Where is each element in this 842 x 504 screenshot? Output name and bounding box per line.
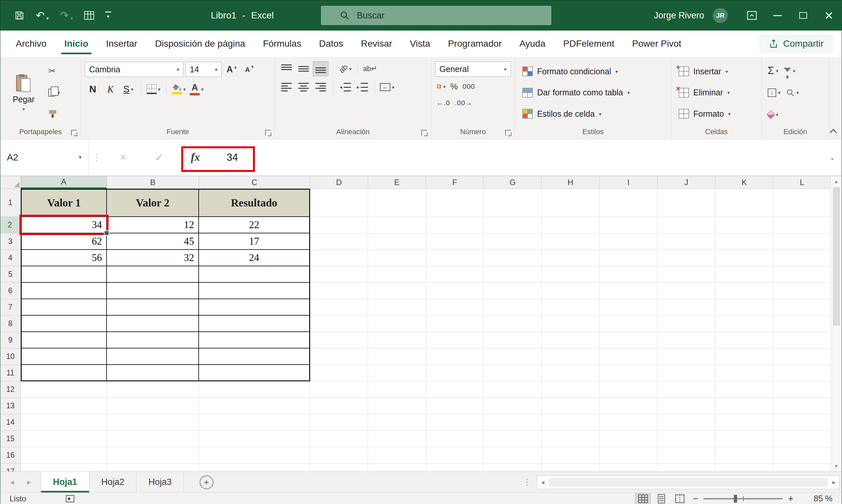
view-normal-button[interactable] <box>635 493 650 504</box>
italic-button[interactable]: K <box>103 81 119 97</box>
merge-center-button[interactable]: ↔▾ <box>379 80 395 94</box>
cell-D16[interactable] <box>310 447 368 464</box>
search-box[interactable]: Buscar <box>321 6 551 25</box>
cell-K15[interactable] <box>715 431 773 447</box>
cell-I6[interactable] <box>599 283 658 299</box>
ribbon-tab-vista[interactable]: Vista <box>401 31 439 57</box>
cell-J1[interactable] <box>658 189 715 217</box>
cell-G1[interactable] <box>484 189 542 217</box>
cell-A14[interactable] <box>21 414 107 431</box>
cell-F7[interactable] <box>426 299 484 316</box>
cell-K17[interactable] <box>715 464 773 471</box>
vertical-scrollbar[interactable]: ▴ ▾ <box>830 176 842 471</box>
row-header-13[interactable]: 13 <box>0 398 21 414</box>
cell-J14[interactable] <box>658 414 715 431</box>
cell-B12[interactable] <box>107 381 199 398</box>
row-header-2[interactable]: 2 <box>0 217 21 233</box>
column-header-H[interactable]: H <box>542 176 599 189</box>
cell-C11[interactable] <box>199 365 310 381</box>
redo-button[interactable]: ↷▾ <box>60 10 73 21</box>
cell-G5[interactable] <box>484 266 542 283</box>
underline-button[interactable]: S▾ <box>120 81 136 97</box>
formula-bar-handle[interactable]: ⋮ <box>88 139 105 176</box>
cell-B4[interactable]: 32 <box>107 250 199 266</box>
cell-K8[interactable] <box>715 316 773 332</box>
find-select-button[interactable]: ▾ <box>786 88 799 97</box>
cell-L3[interactable] <box>773 233 830 250</box>
cell-D17[interactable] <box>310 464 368 471</box>
cell-J16[interactable] <box>658 447 715 464</box>
format-as-table-button[interactable]: Dar formato como tabla ▾ <box>519 84 667 102</box>
cell-K11[interactable] <box>715 365 773 381</box>
name-box-dropdown-icon[interactable]: ▾ <box>78 155 82 160</box>
row-header-10[interactable]: 10 <box>0 348 21 365</box>
cell-F9[interactable] <box>426 332 484 348</box>
cell-C2[interactable]: 22 <box>199 217 310 233</box>
cell-L5[interactable] <box>773 266 830 283</box>
macro-record-button[interactable] <box>66 495 74 502</box>
cell-C10[interactable] <box>199 348 310 365</box>
column-header-I[interactable]: I <box>599 176 658 189</box>
cell-H12[interactable] <box>542 381 599 398</box>
cell-F10[interactable] <box>426 348 484 365</box>
row-header-14[interactable]: 14 <box>0 414 21 431</box>
autosum-button[interactable]: Σ▾ <box>768 65 778 77</box>
column-header-L[interactable]: L <box>773 176 830 189</box>
sheet-tab-hoja3[interactable]: Hoja3 <box>137 472 184 492</box>
cell-F14[interactable] <box>426 414 484 431</box>
cell-G12[interactable] <box>484 381 542 398</box>
cell-B15[interactable] <box>107 431 199 447</box>
sheet-tab-hoja2[interactable]: Hoja2 <box>89 472 137 492</box>
cell-E7[interactable] <box>368 299 426 316</box>
cell-B3[interactable]: 45 <box>107 233 199 250</box>
cell-E14[interactable] <box>368 414 426 431</box>
bold-button[interactable]: N <box>85 81 101 97</box>
cell-F3[interactable] <box>426 233 484 250</box>
fill-handle[interactable] <box>104 231 109 236</box>
cell-E1[interactable] <box>368 189 426 217</box>
cell-A7[interactable] <box>21 299 107 316</box>
cell-D9[interactable] <box>310 332 368 348</box>
column-header-F[interactable]: F <box>426 176 484 189</box>
align-right-button[interactable] <box>313 80 328 94</box>
cell-C4[interactable]: 24 <box>199 250 310 266</box>
hscroll-left-icon[interactable]: ◂ <box>541 479 544 486</box>
column-header-E[interactable]: E <box>368 176 426 189</box>
cell-J5[interactable] <box>658 266 715 283</box>
share-button[interactable]: Compartir <box>760 35 832 52</box>
ribbon-tab-revisar[interactable]: Revisar <box>352 31 401 57</box>
cell-H9[interactable] <box>542 332 599 348</box>
cell-C16[interactable] <box>199 447 310 464</box>
cell-F16[interactable] <box>426 447 484 464</box>
row-header-3[interactable]: 3 <box>0 233 21 250</box>
insert-cells-button[interactable]: + Insertar ▾ <box>675 62 757 80</box>
cell-L11[interactable] <box>773 365 830 381</box>
cell-E17[interactable] <box>368 464 426 471</box>
cell-A10[interactable] <box>21 348 107 365</box>
ribbon-tab-programador[interactable]: Programador <box>439 31 510 57</box>
cell-L7[interactable] <box>773 299 830 316</box>
row-header-15[interactable]: 15 <box>0 431 21 447</box>
cell-B6[interactable] <box>107 283 199 299</box>
cell-I14[interactable] <box>599 414 658 431</box>
cell-K6[interactable] <box>715 283 773 299</box>
cell-F6[interactable] <box>426 283 484 299</box>
cell-H8[interactable] <box>542 316 599 332</box>
cell-J12[interactable] <box>658 381 715 398</box>
maximize-button[interactable] <box>790 0 816 31</box>
fill-button[interactable]: ↓▾ <box>768 88 781 97</box>
horizontal-scrollbar-thumb[interactable] <box>549 478 828 487</box>
orientation-button[interactable]: ab▾ <box>338 61 353 76</box>
cell-B7[interactable] <box>107 299 199 316</box>
ribbon-display-options-button[interactable] <box>739 0 765 31</box>
row-header-16[interactable]: 16 <box>0 447 21 464</box>
cell-L8[interactable] <box>773 316 830 332</box>
cell-B10[interactable] <box>107 348 199 365</box>
comma-style-button[interactable]: 000 <box>463 80 475 93</box>
cell-H5[interactable] <box>542 266 599 283</box>
cell-H14[interactable] <box>542 414 599 431</box>
cell-E5[interactable] <box>368 266 426 283</box>
cell-I12[interactable] <box>599 381 658 398</box>
cell-H2[interactable] <box>542 217 599 233</box>
cell-L10[interactable] <box>773 348 830 365</box>
